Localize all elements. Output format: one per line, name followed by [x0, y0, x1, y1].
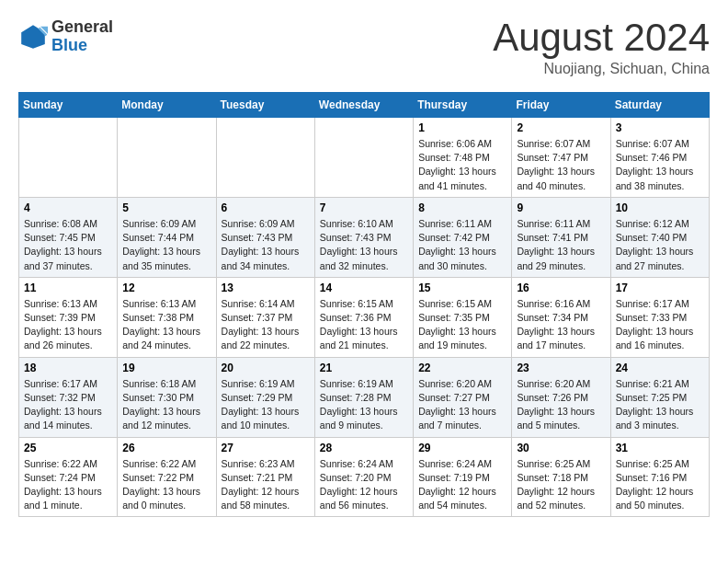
day-info: Sunrise: 6:24 AM Sunset: 7:20 PM Dayligh…: [320, 457, 408, 513]
day-info: Sunrise: 6:07 AM Sunset: 7:47 PM Dayligh…: [517, 137, 605, 193]
calendar-week-row: 25Sunrise: 6:22 AM Sunset: 7:24 PM Dayli…: [19, 437, 710, 517]
day-info: Sunrise: 6:11 AM Sunset: 7:42 PM Dayligh…: [418, 217, 506, 273]
logo: General Blue: [18, 18, 113, 55]
day-number: 15: [418, 282, 506, 294]
calendar-week-row: 18Sunrise: 6:17 AM Sunset: 7:32 PM Dayli…: [19, 357, 710, 437]
calendar-cell: 29Sunrise: 6:24 AM Sunset: 7:19 PM Dayli…: [414, 437, 512, 517]
day-info: Sunrise: 6:13 AM Sunset: 7:39 PM Dayligh…: [24, 297, 112, 353]
day-number: 31: [616, 442, 704, 454]
day-info: Sunrise: 6:13 AM Sunset: 7:38 PM Dayligh…: [122, 297, 210, 353]
calendar-cell: 4Sunrise: 6:08 AM Sunset: 7:45 PM Daylig…: [19, 197, 118, 277]
day-number: 9: [517, 201, 605, 214]
weekday-header-sunday: Sunday: [19, 93, 118, 118]
svg-marker-0: [21, 25, 45, 49]
calendar-week-row: 11Sunrise: 6:13 AM Sunset: 7:39 PM Dayli…: [19, 277, 710, 357]
day-info: Sunrise: 6:20 AM Sunset: 7:26 PM Dayligh…: [517, 377, 605, 433]
day-number: 29: [418, 442, 506, 454]
calendar-cell: 12Sunrise: 6:13 AM Sunset: 7:38 PM Dayli…: [118, 277, 216, 357]
day-info: Sunrise: 6:12 AM Sunset: 7:40 PM Dayligh…: [616, 217, 704, 273]
day-number: 23: [517, 362, 605, 374]
day-number: 5: [122, 201, 210, 214]
calendar-cell: [216, 118, 314, 198]
calendar-cell: 15Sunrise: 6:15 AM Sunset: 7:35 PM Dayli…: [414, 277, 512, 357]
day-number: 13: [222, 282, 310, 294]
logo-text: General Blue: [51, 18, 113, 55]
day-info: Sunrise: 6:22 AM Sunset: 7:22 PM Dayligh…: [122, 457, 210, 513]
calendar-cell: 28Sunrise: 6:24 AM Sunset: 7:20 PM Dayli…: [314, 437, 413, 517]
calendar-cell: 10Sunrise: 6:12 AM Sunset: 7:40 PM Dayli…: [610, 197, 709, 277]
page-header: General Blue August 2024 Nuojiang, Sichu…: [18, 18, 710, 77]
calendar-cell: 21Sunrise: 6:19 AM Sunset: 7:28 PM Dayli…: [314, 357, 413, 437]
day-info: Sunrise: 6:20 AM Sunset: 7:27 PM Dayligh…: [418, 377, 506, 433]
day-number: 17: [616, 282, 704, 294]
day-info: Sunrise: 6:09 AM Sunset: 7:44 PM Dayligh…: [122, 217, 210, 273]
day-number: 27: [222, 442, 310, 454]
day-info: Sunrise: 6:15 AM Sunset: 7:35 PM Dayligh…: [418, 297, 506, 353]
day-number: 26: [122, 442, 210, 454]
day-info: Sunrise: 6:16 AM Sunset: 7:34 PM Dayligh…: [517, 297, 605, 353]
day-info: Sunrise: 6:18 AM Sunset: 7:30 PM Dayligh…: [122, 377, 210, 433]
calendar-cell: 18Sunrise: 6:17 AM Sunset: 7:32 PM Dayli…: [19, 357, 118, 437]
day-number: 25: [24, 442, 112, 454]
calendar-table: SundayMondayTuesdayWednesdayThursdayFrid…: [18, 92, 710, 517]
weekday-header-wednesday: Wednesday: [314, 93, 413, 118]
day-info: Sunrise: 6:07 AM Sunset: 7:46 PM Dayligh…: [616, 137, 704, 193]
day-info: Sunrise: 6:24 AM Sunset: 7:19 PM Dayligh…: [418, 457, 506, 513]
day-info: Sunrise: 6:14 AM Sunset: 7:37 PM Dayligh…: [222, 297, 310, 353]
day-number: 14: [320, 282, 408, 294]
calendar-cell: 16Sunrise: 6:16 AM Sunset: 7:34 PM Dayli…: [512, 277, 610, 357]
day-number: 6: [222, 201, 310, 214]
day-number: 8: [418, 201, 506, 214]
day-info: Sunrise: 6:15 AM Sunset: 7:36 PM Dayligh…: [320, 297, 408, 353]
day-info: Sunrise: 6:21 AM Sunset: 7:25 PM Dayligh…: [616, 377, 704, 433]
day-number: 11: [24, 282, 112, 294]
day-info: Sunrise: 6:22 AM Sunset: 7:24 PM Dayligh…: [24, 457, 112, 513]
day-info: Sunrise: 6:23 AM Sunset: 7:21 PM Dayligh…: [222, 457, 310, 513]
calendar-cell: 7Sunrise: 6:10 AM Sunset: 7:43 PM Daylig…: [314, 197, 413, 277]
day-info: Sunrise: 6:06 AM Sunset: 7:48 PM Dayligh…: [418, 137, 506, 193]
location-text: Nuojiang, Sichuan, China: [493, 61, 710, 77]
calendar-cell: 6Sunrise: 6:09 AM Sunset: 7:43 PM Daylig…: [216, 197, 314, 277]
day-number: 7: [320, 201, 408, 214]
day-number: 12: [122, 282, 210, 294]
title-block: August 2024 Nuojiang, Sichuan, China: [493, 18, 710, 77]
day-info: Sunrise: 6:09 AM Sunset: 7:43 PM Dayligh…: [222, 217, 310, 273]
day-number: 28: [320, 442, 408, 454]
calendar-cell: [118, 118, 216, 198]
calendar-cell: 30Sunrise: 6:25 AM Sunset: 7:18 PM Dayli…: [512, 437, 610, 517]
weekday-header-friday: Friday: [512, 93, 610, 118]
logo-general-text: General: [51, 18, 113, 37]
day-info: Sunrise: 6:08 AM Sunset: 7:45 PM Dayligh…: [24, 217, 112, 273]
day-info: Sunrise: 6:19 AM Sunset: 7:29 PM Dayligh…: [222, 377, 310, 433]
calendar-cell: 8Sunrise: 6:11 AM Sunset: 7:42 PM Daylig…: [414, 197, 512, 277]
calendar-cell: 19Sunrise: 6:18 AM Sunset: 7:30 PM Dayli…: [118, 357, 216, 437]
calendar-cell: 13Sunrise: 6:14 AM Sunset: 7:37 PM Dayli…: [216, 277, 314, 357]
calendar-cell: 2Sunrise: 6:07 AM Sunset: 7:47 PM Daylig…: [512, 118, 610, 198]
calendar-cell: [19, 118, 118, 198]
calendar-cell: 5Sunrise: 6:09 AM Sunset: 7:44 PM Daylig…: [118, 197, 216, 277]
logo-blue-text: Blue: [51, 37, 113, 55]
calendar-cell: 24Sunrise: 6:21 AM Sunset: 7:25 PM Dayli…: [610, 357, 709, 437]
day-number: 10: [616, 201, 704, 214]
day-info: Sunrise: 6:25 AM Sunset: 7:16 PM Dayligh…: [616, 457, 704, 513]
day-number: 18: [24, 362, 112, 374]
calendar-cell: 3Sunrise: 6:07 AM Sunset: 7:46 PM Daylig…: [610, 118, 709, 198]
day-number: 21: [320, 362, 408, 374]
calendar-week-row: 1Sunrise: 6:06 AM Sunset: 7:48 PM Daylig…: [19, 118, 710, 198]
calendar-cell: 9Sunrise: 6:11 AM Sunset: 7:41 PM Daylig…: [512, 197, 610, 277]
day-number: 22: [418, 362, 506, 374]
day-number: 24: [616, 362, 704, 374]
calendar-cell: [314, 118, 413, 198]
weekday-header-saturday: Saturday: [610, 93, 709, 118]
day-info: Sunrise: 6:10 AM Sunset: 7:43 PM Dayligh…: [320, 217, 408, 273]
day-number: 30: [517, 442, 605, 454]
day-info: Sunrise: 6:19 AM Sunset: 7:28 PM Dayligh…: [320, 377, 408, 433]
day-info: Sunrise: 6:17 AM Sunset: 7:32 PM Dayligh…: [24, 377, 112, 433]
weekday-header-row: SundayMondayTuesdayWednesdayThursdayFrid…: [19, 93, 710, 118]
day-number: 4: [24, 201, 112, 214]
day-number: 16: [517, 282, 605, 294]
calendar-cell: 22Sunrise: 6:20 AM Sunset: 7:27 PM Dayli…: [414, 357, 512, 437]
calendar-cell: 27Sunrise: 6:23 AM Sunset: 7:21 PM Dayli…: [216, 437, 314, 517]
day-number: 1: [418, 121, 506, 134]
weekday-header-thursday: Thursday: [414, 93, 512, 118]
